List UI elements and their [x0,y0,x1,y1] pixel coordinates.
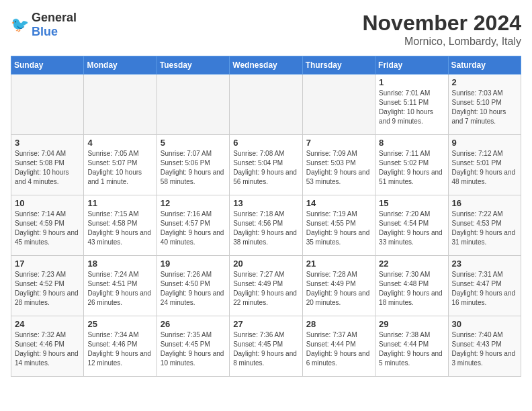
day-info: Sunrise: 7:12 AM Sunset: 5:01 PM Dayligh… [452,149,517,187]
day-number: 18 [87,259,152,269]
calendar-body: 1Sunrise: 7:01 AM Sunset: 5:11 PM Daylig… [11,75,521,377]
day-number: 24 [15,319,80,329]
day-info: Sunrise: 7:23 AM Sunset: 4:52 PM Dayligh… [15,270,80,308]
week-row-1: 1Sunrise: 7:01 AM Sunset: 5:11 PM Daylig… [11,75,521,135]
day-number: 30 [452,319,517,329]
day-cell: 10Sunrise: 7:14 AM Sunset: 4:59 PM Dayli… [11,195,84,256]
day-info: Sunrise: 7:30 AM Sunset: 4:48 PM Dayligh… [379,270,444,308]
day-number: 1 [379,77,444,87]
day-cell: 19Sunrise: 7:26 AM Sunset: 4:50 PM Dayli… [157,256,229,316]
day-info: Sunrise: 7:14 AM Sunset: 4:59 PM Dayligh… [15,210,80,247]
day-cell: 12Sunrise: 7:16 AM Sunset: 4:57 PM Dayli… [157,195,229,256]
week-row-3: 10Sunrise: 7:14 AM Sunset: 4:59 PM Dayli… [11,195,521,256]
day-cell: 9Sunrise: 7:12 AM Sunset: 5:01 PM Daylig… [448,135,521,195]
day-number: 3 [15,138,80,148]
day-info: Sunrise: 7:24 AM Sunset: 4:51 PM Dayligh… [87,270,152,308]
day-number: 20 [233,259,298,269]
day-number: 8 [379,138,444,148]
day-info: Sunrise: 7:35 AM Sunset: 4:45 PM Dayligh… [161,330,226,368]
day-number: 25 [87,319,152,329]
day-cell: 14Sunrise: 7:19 AM Sunset: 4:55 PM Dayli… [302,195,375,256]
day-info: Sunrise: 7:09 AM Sunset: 5:03 PM Dayligh… [306,149,371,187]
week-row-5: 24Sunrise: 7:32 AM Sunset: 4:46 PM Dayli… [11,316,521,377]
day-cell: 7Sunrise: 7:09 AM Sunset: 5:03 PM Daylig… [302,135,375,195]
day-cell: 3Sunrise: 7:04 AM Sunset: 5:08 PM Daylig… [11,135,84,195]
weekday-tuesday: Tuesday [157,56,229,75]
day-cell [230,75,302,135]
weekday-sunday: Sunday [11,56,84,75]
week-row-2: 3Sunrise: 7:04 AM Sunset: 5:08 PM Daylig… [11,135,521,195]
day-info: Sunrise: 7:22 AM Sunset: 4:53 PM Dayligh… [452,210,517,247]
day-cell: 27Sunrise: 7:36 AM Sunset: 4:45 PM Dayli… [230,316,302,377]
day-info: Sunrise: 7:16 AM Sunset: 4:57 PM Dayligh… [161,210,226,247]
day-cell: 1Sunrise: 7:01 AM Sunset: 5:11 PM Daylig… [375,75,448,135]
day-number: 11 [87,198,152,208]
weekday-saturday: Saturday [448,56,521,75]
logo-bird-icon: 🐦 [11,16,29,34]
day-info: Sunrise: 7:26 AM Sunset: 4:50 PM Dayligh… [161,270,226,308]
day-number: 5 [161,138,226,148]
day-info: Sunrise: 7:05 AM Sunset: 5:07 PM Dayligh… [87,149,152,187]
weekday-friday: Friday [375,56,448,75]
day-cell [84,75,157,135]
location-title: Mornico, Lombardy, Italy [362,36,521,48]
day-info: Sunrise: 7:01 AM Sunset: 5:11 PM Dayligh… [379,89,444,126]
weekday-monday: Monday [84,56,157,75]
weekday-thursday: Thursday [302,56,375,75]
day-number: 27 [233,319,298,329]
day-cell: 8Sunrise: 7:11 AM Sunset: 5:02 PM Daylig… [375,135,448,195]
day-cell: 13Sunrise: 7:18 AM Sunset: 4:56 PM Dayli… [230,195,302,256]
day-cell: 16Sunrise: 7:22 AM Sunset: 4:53 PM Dayli… [448,195,521,256]
day-cell [11,75,84,135]
day-info: Sunrise: 7:28 AM Sunset: 4:49 PM Dayligh… [306,270,371,308]
day-number: 6 [233,138,298,148]
weekday-wednesday: Wednesday [230,56,302,75]
day-cell: 22Sunrise: 7:30 AM Sunset: 4:48 PM Dayli… [375,256,448,316]
day-cell: 28Sunrise: 7:37 AM Sunset: 4:44 PM Dayli… [302,316,375,377]
day-number: 12 [161,198,226,208]
day-info: Sunrise: 7:19 AM Sunset: 4:55 PM Dayligh… [306,210,371,247]
day-cell: 29Sunrise: 7:38 AM Sunset: 4:44 PM Dayli… [375,316,448,377]
day-number: 16 [452,198,517,208]
day-cell [157,75,229,135]
day-info: Sunrise: 7:15 AM Sunset: 4:58 PM Dayligh… [87,210,152,247]
day-cell: 21Sunrise: 7:28 AM Sunset: 4:49 PM Dayli… [302,256,375,316]
day-number: 7 [306,138,371,148]
logo-blue: Blue [32,25,58,38]
day-info: Sunrise: 7:37 AM Sunset: 4:44 PM Dayligh… [306,330,371,368]
day-info: Sunrise: 7:20 AM Sunset: 4:54 PM Dayligh… [379,210,444,247]
day-info: Sunrise: 7:11 AM Sunset: 5:02 PM Dayligh… [379,149,444,187]
day-number: 17 [15,259,80,269]
day-info: Sunrise: 7:03 AM Sunset: 5:10 PM Dayligh… [452,89,517,126]
day-info: Sunrise: 7:34 AM Sunset: 4:46 PM Dayligh… [87,330,152,368]
day-cell: 30Sunrise: 7:40 AM Sunset: 4:43 PM Dayli… [448,316,521,377]
day-cell: 4Sunrise: 7:05 AM Sunset: 5:07 PM Daylig… [84,135,157,195]
weekday-header-row: SundayMondayTuesdayWednesdayThursdayFrid… [11,56,521,75]
logo: 🐦 General Blue [11,11,77,39]
day-number: 15 [379,198,444,208]
day-number: 13 [233,198,298,208]
day-info: Sunrise: 7:40 AM Sunset: 4:43 PM Dayligh… [452,330,517,368]
day-cell: 20Sunrise: 7:27 AM Sunset: 4:49 PM Dayli… [230,256,302,316]
day-number: 2 [452,77,517,87]
day-number: 4 [87,138,152,148]
day-cell: 15Sunrise: 7:20 AM Sunset: 4:54 PM Dayli… [375,195,448,256]
day-info: Sunrise: 7:31 AM Sunset: 4:47 PM Dayligh… [452,270,517,308]
day-cell: 18Sunrise: 7:24 AM Sunset: 4:51 PM Dayli… [84,256,157,316]
week-row-4: 17Sunrise: 7:23 AM Sunset: 4:52 PM Dayli… [11,256,521,316]
day-cell: 11Sunrise: 7:15 AM Sunset: 4:58 PM Dayli… [84,195,157,256]
calendar: SundayMondayTuesdayWednesdayThursdayFrid… [11,56,521,377]
day-cell: 5Sunrise: 7:07 AM Sunset: 5:06 PM Daylig… [157,135,229,195]
day-info: Sunrise: 7:07 AM Sunset: 5:06 PM Dayligh… [161,149,226,187]
day-info: Sunrise: 7:08 AM Sunset: 5:04 PM Dayligh… [233,149,298,187]
day-number: 23 [452,259,517,269]
day-number: 22 [379,259,444,269]
day-info: Sunrise: 7:38 AM Sunset: 4:44 PM Dayligh… [379,330,444,368]
logo-general: General [32,11,77,24]
day-cell: 6Sunrise: 7:08 AM Sunset: 5:04 PM Daylig… [230,135,302,195]
day-number: 28 [306,319,371,329]
day-number: 19 [161,259,226,269]
day-cell: 2Sunrise: 7:03 AM Sunset: 5:10 PM Daylig… [448,75,521,135]
day-cell: 23Sunrise: 7:31 AM Sunset: 4:47 PM Dayli… [448,256,521,316]
day-info: Sunrise: 7:36 AM Sunset: 4:45 PM Dayligh… [233,330,298,368]
